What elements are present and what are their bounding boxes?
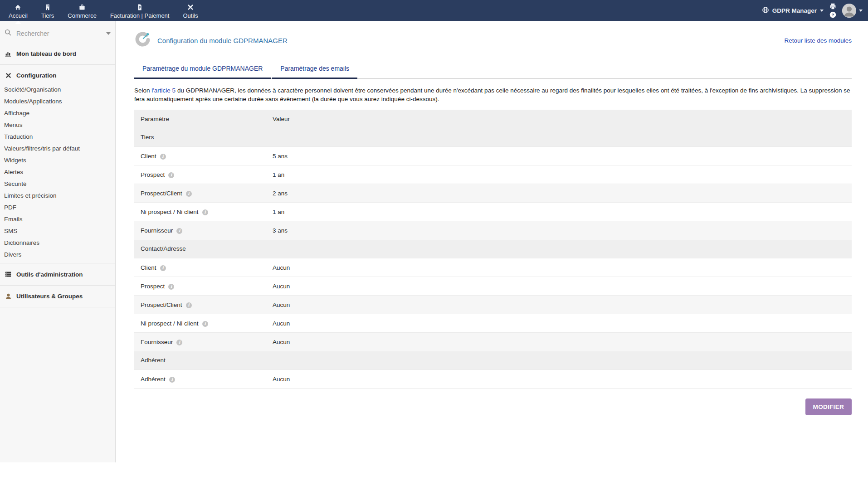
param-label: Fournisseur xyxy=(141,227,173,234)
sidebar-item-affichage[interactable]: Affichage xyxy=(0,107,115,119)
back-to-modules-link[interactable]: Retour liste des modules xyxy=(784,37,852,44)
section-row-tiers: Tiers xyxy=(134,128,852,147)
help-icon[interactable]: ? xyxy=(829,11,836,18)
sidebar-item-sms[interactable]: SMS xyxy=(0,225,115,237)
print-icon[interactable] xyxy=(829,3,837,10)
chevron-down-icon xyxy=(820,10,824,12)
info-icon[interactable]: i xyxy=(176,228,182,234)
avatar xyxy=(842,4,856,18)
globe-icon xyxy=(762,6,769,15)
search-icon xyxy=(5,29,12,38)
table-row: Clienti 5 ans xyxy=(134,147,852,165)
sidebar-divider xyxy=(0,64,115,65)
nav-item-commerce[interactable]: Commerce xyxy=(61,0,103,21)
column-header-valeur: Valeur xyxy=(266,110,852,128)
table-header-row: Paramètre Valeur xyxy=(134,110,852,128)
server-icon xyxy=(5,271,12,278)
sidebar-item-widgets[interactable]: Widgets xyxy=(0,154,115,166)
param-label: Fournisseur xyxy=(141,339,173,345)
sidebar-item-divers[interactable]: Divers xyxy=(0,248,115,260)
param-value: Aucun xyxy=(266,258,852,277)
sidebar-section-configuration[interactable]: Configuration xyxy=(0,68,115,83)
tab-parametrage-module[interactable]: Paramétrage du module GDPRMANAGER xyxy=(134,59,271,79)
sidebar-divider xyxy=(0,263,115,263)
sidebar-item-menus[interactable]: Menus xyxy=(0,119,115,131)
article5-link[interactable]: l'article 5 xyxy=(151,87,176,94)
nav-label: Accueil xyxy=(9,12,28,19)
param-value: 1 an xyxy=(266,165,852,184)
nav-item-facturation[interactable]: Facturation | Paiement xyxy=(103,0,176,21)
info-icon[interactable]: i xyxy=(202,209,208,215)
sidebar-item-alertes[interactable]: Alertes xyxy=(0,166,115,178)
nav-item-outils[interactable]: Outils xyxy=(176,0,205,21)
sidebar-item-valeurs[interactable]: Valeurs/filtres/tris par défaut xyxy=(0,142,115,154)
param-value: Aucun xyxy=(266,370,852,389)
nav-item-tiers[interactable]: Tiers xyxy=(34,0,61,21)
param-value: Aucun xyxy=(266,277,852,296)
param-label: Client xyxy=(141,264,156,271)
sidebar-item-emails[interactable]: Emails xyxy=(0,213,115,225)
sidebar-search xyxy=(5,29,111,41)
sidebar-section-admin-tools[interactable]: Outils d'administration xyxy=(0,266,115,282)
home-icon xyxy=(14,3,22,11)
print-help-stack: ? xyxy=(829,3,837,18)
sidebar: Mon tableau de bord Configuration Sociét… xyxy=(0,21,116,462)
sidebar-section-users-groups[interactable]: Utilisateurs & Groupes xyxy=(0,288,115,304)
param-value: 2 ans xyxy=(266,184,852,203)
page-title: Configuration du module GDPRMANAGER xyxy=(157,37,288,44)
tab-parametrage-emails[interactable]: Paramétrage des emails xyxy=(272,59,357,79)
search-dropdown-caret[interactable] xyxy=(106,32,111,35)
building-icon xyxy=(44,3,51,11)
sidebar-divider xyxy=(0,285,115,286)
sidebar-item-dictionnaires[interactable]: Dictionnaires xyxy=(0,237,115,248)
sidebar-item-traduction[interactable]: Traduction xyxy=(0,131,115,142)
info-icon[interactable]: i xyxy=(169,377,175,383)
nav-label: Outils xyxy=(183,12,198,19)
config-tools-icon xyxy=(5,72,12,79)
param-label: Prospect xyxy=(141,171,165,178)
table-row: Ni prospect / Ni clienti Aucun xyxy=(134,314,852,333)
sidebar-section-label: Configuration xyxy=(16,72,56,79)
info-icon[interactable]: i xyxy=(168,172,174,178)
info-icon[interactable]: i xyxy=(168,284,174,290)
module-logo-icon xyxy=(134,31,151,50)
user-menu[interactable] xyxy=(842,4,863,18)
param-value: 1 an xyxy=(266,203,852,221)
param-label: Adhérent xyxy=(141,376,166,383)
param-label: Ni prospect / Ni client xyxy=(141,209,199,215)
info-icon[interactable]: i xyxy=(186,302,192,308)
retention-notice: Selon l'article 5 du GDPRMANAGER, les do… xyxy=(134,86,852,103)
param-label: Prospect/Client xyxy=(141,190,182,197)
sidebar-item-limites[interactable]: Limites et précision xyxy=(0,189,115,201)
param-value: 5 ans xyxy=(266,147,852,165)
actions-bar: MODIFIER xyxy=(134,398,852,415)
sidebar-item-modules[interactable]: Modules/Applications xyxy=(0,95,115,107)
sidebar-item-societe[interactable]: Société/Organisation xyxy=(0,83,115,95)
table-row: Ni prospect / Ni clienti 1 an xyxy=(134,203,852,221)
nav-label: Commerce xyxy=(68,12,97,19)
param-value: Aucun xyxy=(266,314,852,333)
table-row: Clienti Aucun xyxy=(134,258,852,277)
info-icon[interactable]: i xyxy=(186,191,192,197)
nav-item-accueil[interactable]: Accueil xyxy=(2,0,34,21)
info-icon[interactable]: i xyxy=(202,321,208,327)
svg-text:?: ? xyxy=(831,12,834,17)
entity-selector[interactable]: GDPR Manager xyxy=(762,6,824,15)
info-icon[interactable]: i xyxy=(160,265,166,271)
topbar: Accueil Tiers xyxy=(0,0,868,21)
tabs: Paramétrage du module GDPRMANAGER Paramé… xyxy=(134,59,852,79)
param-label: Client xyxy=(141,153,156,160)
modify-button[interactable]: MODIFIER xyxy=(805,398,852,415)
nav-label: Facturation | Paiement xyxy=(110,12,170,19)
info-icon[interactable]: i xyxy=(160,154,166,160)
sidebar-divider xyxy=(0,307,115,307)
sidebar-item-dashboard[interactable]: Mon tableau de bord xyxy=(0,46,115,62)
search-input[interactable] xyxy=(15,29,102,38)
table-row: Prospect/Clienti 2 ans xyxy=(134,184,852,203)
parameters-table: Paramètre Valeur Tiers Clienti 5 ans Pro… xyxy=(134,110,852,389)
info-icon[interactable]: i xyxy=(176,340,182,345)
section-row-adherent: Adhérent xyxy=(134,351,852,370)
bar-chart-icon xyxy=(5,50,12,57)
sidebar-item-pdf[interactable]: PDF xyxy=(0,201,115,213)
sidebar-item-securite[interactable]: Sécurité xyxy=(0,178,115,189)
